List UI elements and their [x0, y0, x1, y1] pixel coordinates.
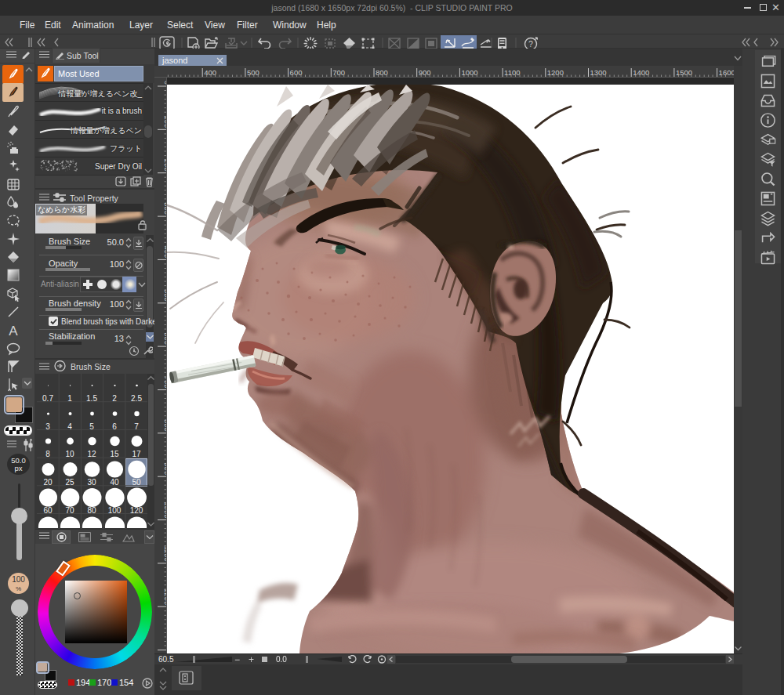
- svg-text:700: 700: [332, 68, 345, 77]
- svg-text:400: 400: [204, 68, 216, 77]
- svg-text:1600: 1600: [719, 68, 734, 77]
- svg-text:1100: 1100: [504, 68, 520, 77]
- svg-text:600: 600: [290, 68, 303, 77]
- svg-text:500: 500: [247, 68, 260, 77]
- svg-text:?: ?: [528, 39, 533, 49]
- svg-text:800: 800: [376, 68, 388, 77]
- svg-text:900: 900: [419, 68, 431, 77]
- svg-text:A: A: [9, 324, 18, 338]
